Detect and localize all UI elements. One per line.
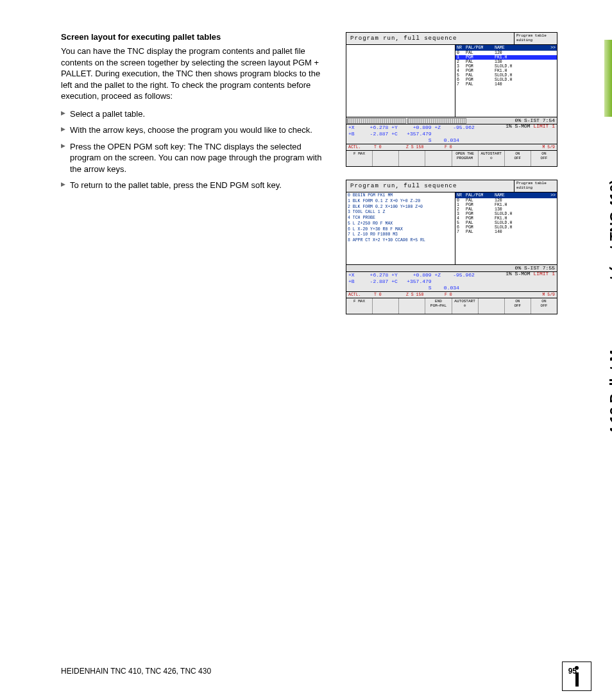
softkey[interactable]: ON OFF (531, 298, 557, 314)
table-row[interactable]: 4PGMFK1.H (455, 216, 557, 221)
status-limit: LIMIT 1 (533, 271, 555, 277)
table-row[interactable]: 0PAL120 (455, 198, 557, 203)
status-sist: 0% S-IST 7:54 (515, 117, 555, 123)
actl-label: ACTL. (348, 145, 374, 149)
softkey[interactable]: OPEN THE PROGRAM (452, 151, 479, 166)
scroll-indicator: 0% S-IST 7:54 1% S-MOM LIMIT 1 (346, 117, 557, 124)
softkey[interactable] (425, 151, 452, 166)
softkey-row: F MAXEND PGM↔PALAUTOSTART ⊙ON OFFON OFF (346, 298, 557, 314)
screen-title: Program run, full sequence (346, 180, 514, 192)
softkey[interactable] (479, 298, 505, 314)
sidebar-section-title: 4.12 Pallet Management (not TNC 410) (607, 180, 612, 434)
list-item: To return to the pallet table, press the… (61, 180, 330, 191)
col-nr: NR (457, 46, 466, 50)
col-palpgm: PAL/PGM (466, 46, 495, 50)
actl-t: T 0 (374, 293, 406, 297)
pallet-table: NR PAL/PGM NAME >> 0PAL1201PGMFK1.H2PAL1… (455, 45, 557, 117)
softkey[interactable]: AUTOSTART ⊙ (452, 298, 479, 314)
status-smom: 1% S-MOM (506, 123, 530, 129)
softkey[interactable]: AUTOSTART ⊙ (479, 151, 505, 166)
coord-line-3: S 0.034 (348, 285, 555, 291)
coord-line-2: +B -2.887 +C +357.479 (348, 131, 555, 137)
softkey[interactable]: ON OFF (531, 151, 557, 166)
info-icon (562, 662, 591, 691)
status-sist: 0% S-IST 7:55 (515, 265, 555, 271)
program-line: 1 BLK FORM 0.1 Z X+0 Y+0 Z-20 (348, 199, 454, 205)
softkey[interactable] (373, 151, 399, 166)
list-item: Press the OPEN PGM soft key: The TNC dis… (61, 141, 330, 175)
table-row[interactable]: 3PGMSLOLD.H (455, 64, 557, 69)
status-smom: 1% S-MOM (506, 271, 530, 277)
program-line: 5 L Z+250 R0 F MAX (348, 221, 454, 227)
col-name: NAME (495, 46, 547, 50)
program-listing: 0 BEGIN PGM FK1 MM1 BLK FORM 0.1 Z X+0 Y… (346, 192, 455, 264)
footer-product: HEIDENHAIN TNC 410, TNC 426, TNC 430 (61, 667, 211, 676)
col-palpgm: PAL/PGM (466, 193, 495, 198)
status-limit: LIMIT 1 (533, 123, 555, 129)
table-row[interactable]: 2PAL130 (455, 207, 557, 212)
table-row[interactable]: 7PAL140 (455, 230, 557, 234)
program-area-empty (346, 45, 455, 117)
screen-title: Program run, full sequence (346, 33, 514, 44)
tnc-screenshot-2: Program run, full sequence Program table… (346, 180, 557, 314)
program-line: 6 L X-20 Y+30 R0 F MAX (348, 227, 454, 233)
softkey[interactable]: ON OFF (505, 151, 531, 166)
table-row[interactable]: 1PGMFK1.H (455, 203, 557, 207)
list-item: Select a pallet table. (61, 108, 330, 120)
table-row[interactable]: 3PGMSLOLD.H (455, 212, 557, 216)
col-more: >> (547, 193, 556, 198)
softkey[interactable] (399, 298, 425, 314)
screen-mode: Program table editing (514, 33, 557, 44)
softkey[interactable]: F MAX (346, 298, 373, 314)
table-row[interactable]: 5PALSLOLD.H (455, 221, 557, 225)
softkey-row: F MAXOPEN THE PROGRAMAUTOSTART ⊙ON OFFON… (346, 150, 557, 166)
table-row[interactable]: 4PGMFK1.H (455, 69, 557, 73)
softkey[interactable]: END PGM↔PAL (425, 298, 452, 314)
actl-z: Z S 150 (406, 145, 445, 149)
program-line: 8 APPR CT X+2 Y+30 CCA90 R+5 RL (348, 238, 454, 244)
col-nr: NR (457, 193, 466, 198)
screen-mode: Program table editing (514, 180, 557, 192)
pallet-table: NR PAL/PGM NAME >> 0PAL1201PGMFK1.H2PAL1… (455, 192, 557, 264)
col-more: >> (547, 46, 556, 50)
scroll-indicator: 0% S-IST 7:55 1% S-MOM LIMIT 1 (346, 264, 557, 271)
coord-line-2: +B -2.887 +C +357.479 (348, 278, 555, 285)
table-row[interactable]: 2PAL130 (455, 60, 557, 64)
section-paragraph: You can have the TNC display the program… (61, 46, 330, 102)
col-name: NAME (495, 193, 547, 198)
list-item: With the arrow keys, choose the program … (61, 124, 330, 136)
table-row[interactable]: 0PAL120 (455, 51, 557, 55)
program-line: 7 L Z-10 R0 F1000 M3 (348, 232, 454, 238)
program-line: 3 TOOL CALL 1 Z (348, 210, 454, 216)
program-line: 2 BLK FORM 0.2 X+100 Y+100 Z+0 (348, 205, 454, 210)
softkey[interactable] (373, 298, 399, 314)
instruction-list: Select a pallet table. With the arrow ke… (61, 108, 330, 191)
actl-f: F 0 (445, 293, 483, 297)
table-row[interactable]: 6PGMSLOLD.H (455, 78, 557, 82)
table-row[interactable]: 1PGMFK1.H (455, 55, 557, 60)
actl-z: Z S 150 (406, 293, 445, 297)
table-row[interactable]: 7PAL140 (455, 82, 557, 87)
softkey[interactable]: ON OFF (505, 298, 531, 314)
actl-label: ACTL. (348, 293, 374, 297)
actl-m: M 5/9 (483, 145, 555, 149)
table-row[interactable]: 5PALSLOLD.H (455, 73, 557, 78)
section-color-tab (604, 40, 612, 117)
tnc-screenshot-1: Program run, full sequence Program table… (346, 32, 557, 167)
softkey[interactable] (399, 151, 425, 166)
coord-line-3: S 0.034 (348, 137, 555, 144)
actl-t: T 0 (374, 145, 406, 149)
section-heading: Screen layout for executing pallet table… (61, 32, 330, 42)
program-line: 0 BEGIN PGM FK1 MM (348, 193, 454, 199)
actl-m: M 5/9 (483, 293, 555, 297)
actl-f: F 0 (445, 145, 483, 149)
program-line: 4 TCH PROBE (348, 216, 454, 221)
softkey[interactable]: F MAX (346, 151, 373, 166)
table-row[interactable]: 6PGMSLOLD.H (455, 225, 557, 230)
